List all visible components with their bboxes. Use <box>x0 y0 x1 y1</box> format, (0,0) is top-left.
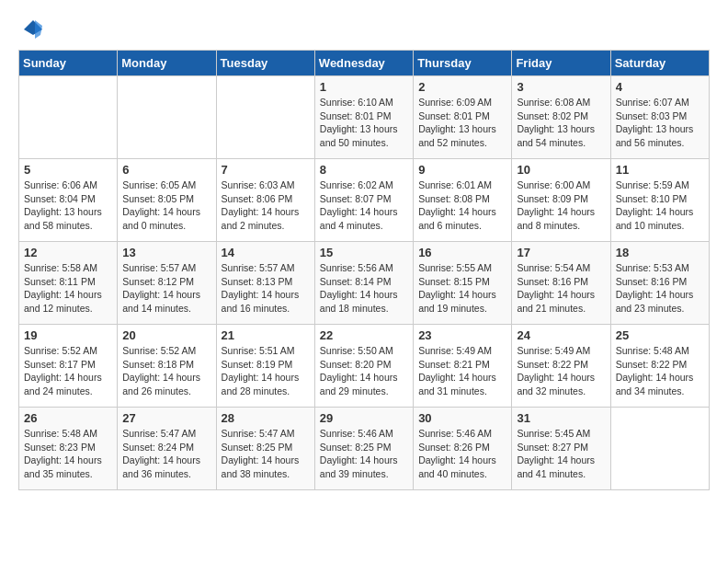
calendar-day-31: 31Sunrise: 5:45 AM Sunset: 8:27 PM Dayli… <box>512 408 610 490</box>
day-info: Sunrise: 5:46 AM Sunset: 8:25 PM Dayligh… <box>320 427 408 481</box>
calendar-empty-cell <box>118 76 216 159</box>
calendar-day-29: 29Sunrise: 5:46 AM Sunset: 8:25 PM Dayli… <box>314 408 413 490</box>
calendar-day-9: 9Sunrise: 6:01 AM Sunset: 8:08 PM Daylig… <box>414 159 512 242</box>
day-number: 16 <box>418 246 506 259</box>
calendar-day-21: 21Sunrise: 5:51 AM Sunset: 8:19 PM Dayli… <box>216 325 314 408</box>
day-number: 24 <box>517 328 605 342</box>
day-info: Sunrise: 5:51 AM Sunset: 8:19 PM Dayligh… <box>222 344 310 398</box>
calendar-day-7: 7Sunrise: 6:03 AM Sunset: 8:06 PM Daylig… <box>216 159 314 242</box>
day-info: Sunrise: 6:00 AM Sunset: 8:09 PM Dayligh… <box>517 178 605 233</box>
calendar-empty-cell <box>610 408 709 490</box>
day-number: 14 <box>222 246 310 259</box>
day-number: 1 <box>320 80 408 94</box>
day-number: 22 <box>320 328 408 342</box>
calendar-week-row: 5Sunrise: 6:06 AM Sunset: 8:04 PM Daylig… <box>19 159 710 242</box>
day-info: Sunrise: 5:48 AM Sunset: 8:23 PM Dayligh… <box>24 427 112 481</box>
day-number: 7 <box>222 163 310 177</box>
weekday-header-monday: Monday <box>118 51 216 76</box>
calendar-day-3: 3Sunrise: 6:08 AM Sunset: 8:02 PM Daylig… <box>512 76 610 159</box>
day-info: Sunrise: 5:59 AM Sunset: 8:10 PM Dayligh… <box>616 178 704 233</box>
calendar-week-row: 12Sunrise: 5:58 AM Sunset: 8:11 PM Dayli… <box>19 242 710 325</box>
day-number: 21 <box>222 328 310 342</box>
day-number: 29 <box>320 411 408 425</box>
calendar-day-30: 30Sunrise: 5:46 AM Sunset: 8:26 PM Dayli… <box>414 408 512 490</box>
calendar-day-4: 4Sunrise: 6:07 AM Sunset: 8:03 PM Daylig… <box>610 76 709 159</box>
day-info: Sunrise: 5:52 AM Sunset: 8:18 PM Dayligh… <box>122 344 210 398</box>
day-number: 31 <box>517 411 605 425</box>
day-number: 20 <box>122 328 210 342</box>
day-number: 9 <box>418 163 506 177</box>
day-number: 12 <box>24 246 112 259</box>
page-header <box>18 18 710 40</box>
calendar-day-14: 14Sunrise: 5:57 AM Sunset: 8:13 PM Dayli… <box>216 242 314 325</box>
day-info: Sunrise: 6:08 AM Sunset: 8:02 PM Dayligh… <box>517 96 605 150</box>
calendar-day-22: 22Sunrise: 5:50 AM Sunset: 8:20 PM Dayli… <box>314 325 413 408</box>
calendar-day-6: 6Sunrise: 6:05 AM Sunset: 8:05 PM Daylig… <box>118 159 216 242</box>
day-info: Sunrise: 5:58 AM Sunset: 8:11 PM Dayligh… <box>24 261 112 316</box>
calendar-day-19: 19Sunrise: 5:52 AM Sunset: 8:17 PM Dayli… <box>19 325 118 408</box>
calendar-day-2: 2Sunrise: 6:09 AM Sunset: 8:01 PM Daylig… <box>414 76 512 159</box>
day-info: Sunrise: 6:01 AM Sunset: 8:08 PM Dayligh… <box>418 178 506 233</box>
calendar-day-25: 25Sunrise: 5:48 AM Sunset: 8:22 PM Dayli… <box>610 325 709 408</box>
weekday-header-row: SundayMondayTuesdayWednesdayThursdayFrid… <box>19 51 710 76</box>
calendar-day-10: 10Sunrise: 6:00 AM Sunset: 8:09 PM Dayli… <box>512 159 610 242</box>
calendar-day-13: 13Sunrise: 5:57 AM Sunset: 8:12 PM Dayli… <box>118 242 216 325</box>
day-info: Sunrise: 5:55 AM Sunset: 8:15 PM Dayligh… <box>418 261 506 316</box>
calendar-day-5: 5Sunrise: 6:06 AM Sunset: 8:04 PM Daylig… <box>19 159 118 242</box>
day-info: Sunrise: 6:10 AM Sunset: 8:01 PM Dayligh… <box>320 96 408 150</box>
calendar-week-row: 19Sunrise: 5:52 AM Sunset: 8:17 PM Dayli… <box>19 325 710 408</box>
day-info: Sunrise: 6:09 AM Sunset: 8:01 PM Dayligh… <box>418 96 506 150</box>
day-number: 26 <box>24 411 112 425</box>
calendar-empty-cell <box>19 76 118 159</box>
day-number: 30 <box>418 411 506 425</box>
calendar-day-26: 26Sunrise: 5:48 AM Sunset: 8:23 PM Dayli… <box>19 408 118 490</box>
calendar-week-row: 26Sunrise: 5:48 AM Sunset: 8:23 PM Dayli… <box>19 408 710 490</box>
calendar-day-24: 24Sunrise: 5:49 AM Sunset: 8:22 PM Dayli… <box>512 325 610 408</box>
day-number: 15 <box>320 246 408 259</box>
weekday-header-tuesday: Tuesday <box>216 51 314 76</box>
calendar-day-11: 11Sunrise: 5:59 AM Sunset: 8:10 PM Dayli… <box>610 159 709 242</box>
calendar-day-16: 16Sunrise: 5:55 AM Sunset: 8:15 PM Dayli… <box>414 242 512 325</box>
logo <box>18 18 44 40</box>
day-number: 17 <box>517 246 605 259</box>
weekday-header-friday: Friday <box>512 51 610 76</box>
calendar-day-28: 28Sunrise: 5:47 AM Sunset: 8:25 PM Dayli… <box>216 408 314 490</box>
calendar-day-17: 17Sunrise: 5:54 AM Sunset: 8:16 PM Dayli… <box>512 242 610 325</box>
day-number: 3 <box>517 80 605 94</box>
day-number: 13 <box>122 246 210 259</box>
day-number: 2 <box>418 80 506 94</box>
weekday-header-thursday: Thursday <box>414 51 512 76</box>
day-number: 8 <box>320 163 408 177</box>
day-info: Sunrise: 5:49 AM Sunset: 8:22 PM Dayligh… <box>517 344 605 398</box>
weekday-header-sunday: Sunday <box>19 51 118 76</box>
day-info: Sunrise: 5:46 AM Sunset: 8:26 PM Dayligh… <box>418 427 506 481</box>
day-info: Sunrise: 6:03 AM Sunset: 8:06 PM Dayligh… <box>222 178 310 233</box>
weekday-header-saturday: Saturday <box>610 51 709 76</box>
day-number: 5 <box>24 163 112 177</box>
day-number: 27 <box>122 411 210 425</box>
day-info: Sunrise: 5:49 AM Sunset: 8:21 PM Dayligh… <box>418 344 506 398</box>
day-info: Sunrise: 5:52 AM Sunset: 8:17 PM Dayligh… <box>24 344 112 398</box>
logo-icon <box>22 18 44 40</box>
calendar-day-12: 12Sunrise: 5:58 AM Sunset: 8:11 PM Dayli… <box>19 242 118 325</box>
day-info: Sunrise: 5:57 AM Sunset: 8:12 PM Dayligh… <box>122 261 210 316</box>
day-number: 25 <box>616 328 704 342</box>
day-number: 6 <box>122 163 210 177</box>
calendar-day-15: 15Sunrise: 5:56 AM Sunset: 8:14 PM Dayli… <box>314 242 413 325</box>
day-number: 11 <box>616 163 704 177</box>
calendar-day-1: 1Sunrise: 6:10 AM Sunset: 8:01 PM Daylig… <box>314 76 413 159</box>
day-number: 10 <box>517 163 605 177</box>
day-info: Sunrise: 5:48 AM Sunset: 8:22 PM Dayligh… <box>616 344 704 398</box>
calendar-day-18: 18Sunrise: 5:53 AM Sunset: 8:16 PM Dayli… <box>610 242 709 325</box>
calendar-day-23: 23Sunrise: 5:49 AM Sunset: 8:21 PM Dayli… <box>414 325 512 408</box>
weekday-header-wednesday: Wednesday <box>314 51 413 76</box>
day-number: 23 <box>418 328 506 342</box>
calendar-day-27: 27Sunrise: 5:47 AM Sunset: 8:24 PM Dayli… <box>118 408 216 490</box>
day-info: Sunrise: 6:06 AM Sunset: 8:04 PM Dayligh… <box>24 178 112 233</box>
calendar-day-8: 8Sunrise: 6:02 AM Sunset: 8:07 PM Daylig… <box>314 159 413 242</box>
calendar-week-row: 1Sunrise: 6:10 AM Sunset: 8:01 PM Daylig… <box>19 76 710 159</box>
day-info: Sunrise: 5:45 AM Sunset: 8:27 PM Dayligh… <box>517 427 605 481</box>
day-info: Sunrise: 5:53 AM Sunset: 8:16 PM Dayligh… <box>616 261 704 316</box>
calendar-table: SundayMondayTuesdayWednesdayThursdayFrid… <box>18 50 710 490</box>
day-info: Sunrise: 5:57 AM Sunset: 8:13 PM Dayligh… <box>222 261 310 316</box>
